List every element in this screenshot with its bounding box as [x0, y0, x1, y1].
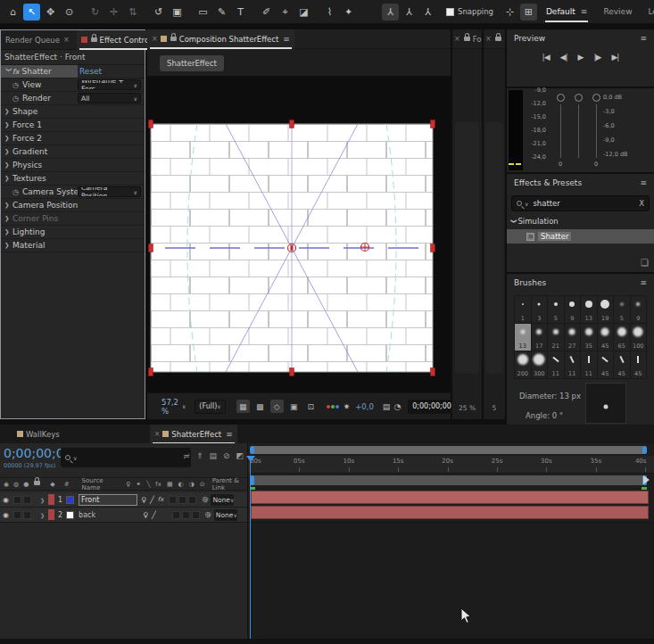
zoom-dropdown-icon[interactable]: ∨: [182, 400, 186, 413]
solo-cell[interactable]: [23, 496, 31, 504]
audio-knob[interactable]: [557, 94, 565, 102]
composition-viewer[interactable]: [147, 76, 451, 392]
exposure-value[interactable]: +0,0: [355, 402, 374, 411]
brush-cell-3[interactable]: 3: [532, 296, 549, 324]
brush-cell-200[interactable]: 200: [515, 351, 532, 379]
property-dropdown[interactable]: All∨: [78, 93, 141, 103]
switch-cell[interactable]: [192, 511, 200, 519]
twirl-icon[interactable]: ❯: [4, 148, 12, 155]
stopwatch-icon[interactable]: ◷: [12, 95, 19, 103]
play-button[interactable]: ▶: [578, 53, 584, 62]
parent-link-header[interactable]: Parent & Link: [212, 477, 247, 491]
composition-canvas[interactable]: [151, 124, 433, 372]
close-icon[interactable]: ×: [485, 35, 492, 43]
stopwatch-icon[interactable]: ◷: [12, 81, 19, 89]
switch-cell[interactable]: [188, 496, 196, 504]
twirl-icon[interactable]: ❯: [4, 175, 12, 182]
tab-composition[interactable]: × Composition ShatterEffect ≡: [147, 29, 294, 49]
zoom-level[interactable]: 57,2 %: [161, 398, 178, 416]
effect-row-view[interactable]: ◷ViewWireframe + Forc∨: [1, 78, 145, 92]
timeline-search-input[interactable]: ∨: [61, 448, 191, 467]
selection-tool[interactable]: ↖: [23, 4, 40, 21]
rotation-tool[interactable]: ↺: [150, 4, 167, 21]
brush-cell-19[interactable]: 19: [598, 296, 615, 324]
brush-cell-11[interactable]: 11: [565, 351, 582, 379]
effect-row-force-2[interactable]: ❯Force 2: [1, 132, 145, 145]
clone-stamp-tool[interactable]: ⌖: [277, 4, 294, 21]
comp-mini-flowchart-icon[interactable]: ≓: [183, 451, 190, 460]
effect-row-camera-system[interactable]: ◷Camera SystemCamera Position∨: [1, 186, 145, 199]
brush-cell-9[interactable]: 9: [565, 296, 582, 324]
brush-cell-13[interactable]: 13: [581, 296, 598, 324]
snapping-toggle[interactable]: Snapping: [446, 7, 493, 16]
effect-row-render[interactable]: ◷RenderAll∨: [1, 92, 145, 105]
twirl-icon[interactable]: ❯: [40, 512, 45, 518]
shy-icon[interactable]: ⇑: [196, 451, 203, 460]
brush-cell-1[interactable]: 1: [515, 296, 532, 324]
effect-row-corner-pins[interactable]: ❯Corner Pins: [1, 212, 145, 226]
audio-cell[interactable]: [13, 496, 21, 504]
switch-cell[interactable]: [182, 511, 190, 519]
twirl-icon[interactable]: ❯: [4, 215, 12, 222]
brush-cell-11[interactable]: 11: [548, 351, 565, 379]
clear-search-icon[interactable]: X: [639, 199, 644, 208]
close-icon[interactable]: ×: [63, 36, 70, 44]
audio-cell[interactable]: [13, 511, 21, 519]
composition-viewer-tab[interactable]: ShatterEffect: [160, 55, 224, 71]
layer-name[interactable]: back: [79, 511, 139, 519]
twirl-icon[interactable]: ❯: [40, 497, 45, 503]
layer-label-swatch[interactable]: [48, 494, 54, 505]
brush-cell-45[interactable]: 45: [631, 351, 648, 379]
layer-row-front[interactable]: ◉❯1Front♀╱fx@None∨: [0, 492, 247, 508]
switch-cell[interactable]: [178, 496, 186, 504]
workspace-menu-icon[interactable]: ≡: [581, 7, 588, 16]
solo-icon[interactable]: ●: [23, 481, 29, 488]
brush-cell-35[interactable]: 35: [581, 324, 598, 351]
layer-color-swatch[interactable]: [66, 496, 74, 504]
panel-menu-icon[interactable]: ≡: [226, 430, 233, 439]
eye-icon[interactable]: ◉: [3, 496, 9, 504]
pan-camera-tool[interactable]: ✛: [105, 4, 122, 21]
twirl-icon[interactable]: ❯: [4, 242, 12, 249]
local-axis-mode[interactable]: ⅄: [382, 4, 399, 21]
effect-row-force-1[interactable]: ❯Force 1: [1, 119, 145, 132]
effect-row-textures[interactable]: ❯Textures: [1, 172, 145, 186]
brush-cell-100[interactable]: 100: [631, 324, 648, 351]
brush-cell-5[interactable]: 5: [548, 296, 565, 324]
close-icon[interactable]: ×: [152, 35, 158, 43]
anchor-icon[interactable]: ♀: [141, 496, 146, 504]
region-of-interest-button[interactable]: ▣: [287, 400, 301, 413]
twirl-icon[interactable]: ❯: [4, 202, 12, 209]
panel-menu-icon[interactable]: ≡: [640, 178, 647, 187]
eye-icon[interactable]: ◉: [4, 481, 9, 488]
orbit-camera-tool[interactable]: ↻: [87, 4, 103, 21]
solo-cell[interactable]: [23, 511, 31, 519]
effect-row-gradient[interactable]: ❯Gradient: [1, 145, 145, 159]
pen-tool[interactable]: ✎: [213, 4, 230, 21]
pick-whip-icon[interactable]: @: [202, 496, 208, 503]
panel-menu-icon[interactable]: ≡: [640, 34, 647, 43]
brush-tool[interactable]: ✐: [258, 4, 275, 21]
tab-footage-2[interactable]: ×: [484, 29, 505, 49]
playhead[interactable]: [250, 456, 251, 639]
timeline-ruler[interactable]: 00s05s10s15s20s25s30s35s40s: [248, 456, 654, 474]
brush-cell-300[interactable]: 300: [532, 351, 549, 379]
property-dropdown[interactable]: Camera Position∨: [78, 186, 141, 197]
audio-knob[interactable]: [575, 94, 583, 102]
mask-visibility-button[interactable]: ◇: [270, 400, 284, 413]
snapshot-camera-icon[interactable]: ▤: [383, 400, 391, 413]
effects-search-input[interactable]: ∨ shatter X: [511, 195, 650, 211]
guides-button[interactable]: ⊡: [304, 400, 318, 413]
effect-row-material[interactable]: ❯Material: [1, 239, 145, 252]
audio-knob[interactable]: [592, 94, 600, 102]
brush-cell-65[interactable]: 65: [614, 324, 631, 351]
brush-cell-5[interactable]: 5: [614, 296, 631, 324]
composition-timecode[interactable]: 0;00;00;00: [408, 400, 456, 414]
layer-color-swatch[interactable]: [66, 511, 74, 519]
show-snapshot-icon[interactable]: ◔: [393, 400, 401, 413]
twirl-icon[interactable]: ❯: [5, 68, 12, 76]
type-tool[interactable]: T: [232, 4, 249, 21]
layer-label-swatch[interactable]: [48, 509, 54, 520]
motion-blur-icon[interactable]: ⊘: [223, 451, 230, 460]
work-area-bar[interactable]: [250, 475, 647, 485]
